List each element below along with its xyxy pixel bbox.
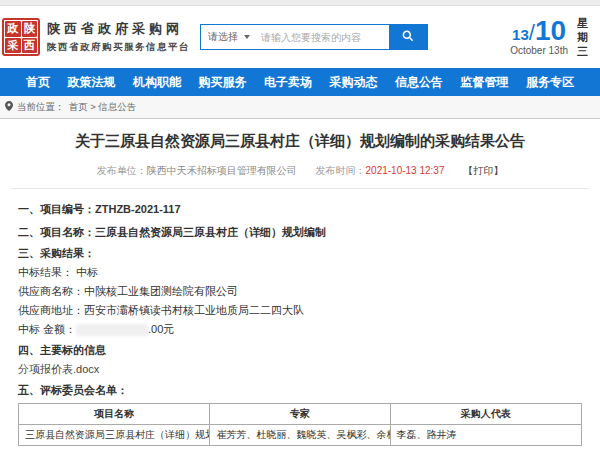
date-day: 13	[512, 26, 529, 43]
date-numeric: 13/10	[510, 18, 568, 48]
site-header: 政 陕 采 西 陕西省政府采购网 陕西省政府购买服务信息平台 请选择 13/10	[0, 6, 600, 68]
publisher-label: 发布单位：	[97, 165, 147, 176]
logo-char: 采	[5, 38, 21, 54]
site-title: 陕西省政府采购网	[47, 20, 190, 38]
main-nav: 首页 政策法规 机构职能 购买服务 电子卖场 采购动态 信息公告 监督管理 服务…	[0, 68, 600, 96]
article-meta: 发布单位：陕西中天禾招标项目管理有限公司 发布时间：2021-10-13 12:…	[10, 164, 590, 189]
supplier-address-line: 供应商地址：西安市灞桥镇读书村核工业地质局二二四大队	[18, 304, 582, 317]
nav-item-announcements[interactable]: 信息公告	[395, 74, 443, 91]
publish-time-label: 发布时间：	[316, 165, 366, 176]
breadcrumb-path[interactable]: 首页 > 信息公告	[69, 101, 137, 114]
weekday-char: 期	[577, 30, 588, 44]
date-english: October 13th	[510, 45, 568, 56]
project-number-line: 一、项目编号：ZTHZB-2021-117	[18, 203, 582, 216]
cell-purchaser-reps: 李磊、路井涛	[390, 425, 581, 446]
nav-item-service-zone[interactable]: 服务专区	[526, 74, 574, 91]
nav-item-procurement-news[interactable]: 采购动态	[330, 74, 378, 91]
col-header-experts: 专家	[210, 404, 390, 425]
logo-char: 政	[5, 21, 21, 37]
publish-time-value: 2021-10-13 12:37	[366, 165, 445, 176]
search-category-value: 请选择	[208, 30, 238, 44]
committee-table: 项目名称 专家 采购人代表 三原县自然资源局三原县村庄（详细）规划编制 崔芳芳、…	[18, 403, 582, 446]
nav-item-policies[interactable]: 政策法规	[68, 74, 116, 91]
bid-amount-prefix: 中标 金额：	[18, 323, 76, 335]
date-block: 13/10 October 13th	[510, 18, 568, 56]
redacted-amount	[76, 324, 148, 336]
committee-heading: 五、评标委员会名单：	[18, 384, 582, 397]
cell-experts: 崔芳芳、杜晓丽、魏晓英、吴枫彩、余杨文	[210, 425, 390, 446]
project-name-line: 二、项目名称：三原县自然资源局三原县村庄（详细）规划编制	[18, 226, 582, 239]
nav-item-purchase-services[interactable]: 购买服务	[199, 74, 247, 91]
breadcrumb: 当前位置： 首页 > 信息公告	[0, 96, 600, 119]
search-button[interactable]	[389, 25, 427, 49]
weekday-char: 三	[577, 44, 588, 58]
logo-char: 西	[22, 38, 38, 54]
breadcrumb-label: 当前位置：	[17, 101, 65, 114]
cell-project-name: 三原县自然资源局三原县村庄（详细）规划编制	[19, 425, 210, 446]
site-logo[interactable]: 政 陕 采 西	[2, 18, 40, 56]
result-heading: 三、采购结果：	[18, 247, 582, 260]
site-name-block: 陕西省政府采购网 陕西省政府购买服务信息平台	[47, 20, 190, 54]
table-header-row: 项目名称 专家 采购人代表	[19, 404, 582, 425]
col-header-purchaser-reps: 采购人代表	[390, 404, 581, 425]
nav-item-functions[interactable]: 机构职能	[133, 74, 181, 91]
location-pin-icon	[5, 101, 13, 113]
announcement-article: 关于三原县自然资源局三原县村庄（详细）规划编制的采购结果公告 发布单位：陕西中天…	[0, 119, 600, 446]
search-box: 请选择	[200, 24, 428, 50]
search-icon	[401, 29, 415, 46]
supplier-name-line: 供应商名称：中陕核工业集团测绘院有限公司	[18, 285, 582, 298]
date-area: 13/10 October 13th 星 期 三	[510, 16, 592, 58]
bid-result-line: 中标结果： 中标	[18, 266, 582, 279]
weekday-char: 星	[577, 16, 588, 30]
search-input[interactable]	[257, 25, 389, 49]
weekday-label: 星 期 三	[577, 16, 588, 58]
page-title: 关于三原县自然资源局三原县村庄（详细）规划编制的采购结果公告	[0, 132, 600, 151]
chevron-down-icon	[244, 35, 250, 39]
site-subtitle: 陕西省政府购买服务信息平台	[47, 41, 190, 54]
bid-amount-line: 中标 金额：.00元	[18, 323, 582, 336]
publisher-value: 陕西中天禾招标项目管理有限公司	[147, 165, 297, 176]
date-month: 10	[535, 15, 566, 46]
article-body: 一、项目编号：ZTHZB-2021-117 二、项目名称：三原县自然资源局三原县…	[0, 189, 600, 446]
nav-item-supervision[interactable]: 监督管理	[461, 74, 509, 91]
bid-amount-suffix: .00元	[148, 323, 174, 335]
print-button[interactable]: 【打印】	[463, 165, 503, 176]
attachment-link: 分项报价表.docx	[18, 363, 582, 376]
logo-char: 陕	[22, 21, 38, 37]
table-row: 三原县自然资源局三原县村庄（详细）规划编制 崔芳芳、杜晓丽、魏晓英、吴枫彩、余杨…	[19, 425, 582, 446]
nav-item-home[interactable]: 首页	[26, 74, 50, 91]
subject-info-heading: 四、主要标的信息	[18, 344, 582, 357]
col-header-project-name: 项目名称	[19, 404, 210, 425]
search-category-select[interactable]: 请选择	[201, 25, 257, 49]
nav-item-e-marketplace[interactable]: 电子卖场	[264, 74, 312, 91]
